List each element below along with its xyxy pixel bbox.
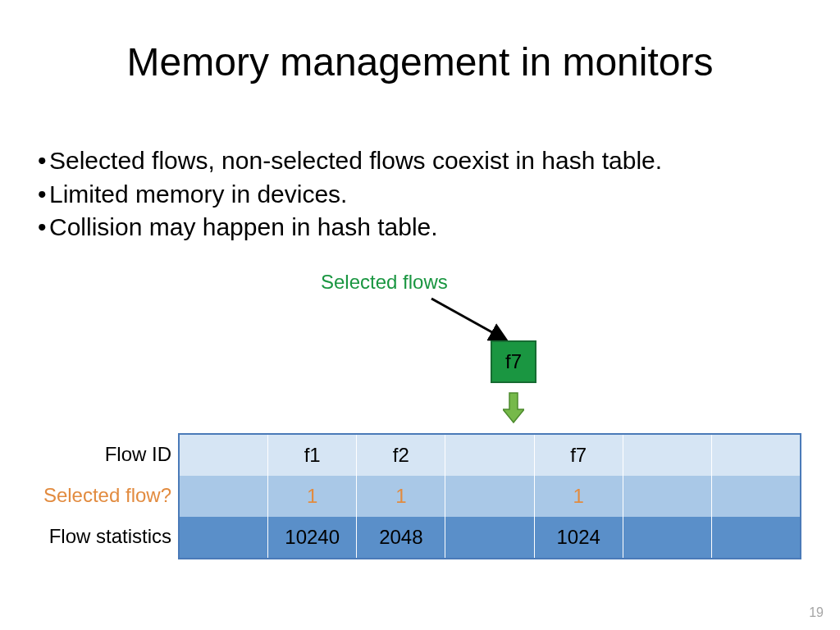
row-label-selected: Selected flow? — [7, 484, 171, 507]
svg-line-0 — [431, 299, 505, 340]
hash-table: f1 f2 f7 1 1 1 10240 2048 1024 — [178, 433, 801, 559]
table-cell — [712, 476, 800, 517]
bullet-item: •Selected flows, non-selected flows coex… — [38, 144, 662, 178]
table-cell: f2 — [357, 435, 445, 476]
table-row-selected: 1 1 1 — [180, 476, 800, 517]
table-cell: 1 — [357, 476, 445, 517]
bullet-list: •Selected flows, non-selected flows coex… — [38, 144, 662, 244]
table-cell: 10240 — [268, 517, 357, 558]
table-cell — [445, 435, 534, 476]
bullet-text: Selected flows, non-selected flows coexi… — [49, 144, 662, 178]
table-cell — [180, 476, 268, 517]
table-cell: f1 — [268, 435, 357, 476]
table-cell — [180, 517, 268, 558]
table-cell — [445, 476, 534, 517]
slide-title: Memory management in monitors — [0, 39, 840, 84]
table-cell — [712, 435, 800, 476]
page-number: 19 — [809, 605, 824, 620]
row-label-flow-id: Flow ID — [7, 443, 171, 466]
table-cell — [180, 435, 268, 476]
bullet-text: Collision may happen in hash table. — [49, 211, 438, 244]
down-arrow-icon — [503, 391, 524, 424]
selected-flows-label: Selected flows — [321, 271, 448, 294]
incoming-flow-box: f7 — [491, 340, 536, 383]
table-cell: 2048 — [357, 517, 445, 558]
incoming-flow-label: f7 — [505, 350, 522, 373]
table-cell: f7 — [535, 435, 623, 476]
bullet-item: •Limited memory in devices. — [38, 178, 662, 212]
table-row-stats: 10240 2048 1024 — [180, 517, 800, 558]
table-cell: 1024 — [535, 517, 623, 558]
table-cell — [623, 517, 712, 558]
table-cell — [445, 517, 534, 558]
bullet-text: Limited memory in devices. — [49, 178, 347, 212]
row-label-stats: Flow statistics — [7, 525, 171, 548]
bullet-item: •Collision may happen in hash table. — [38, 211, 662, 244]
table-cell — [712, 517, 800, 558]
table-cell: 1 — [535, 476, 623, 517]
table-cell — [623, 435, 712, 476]
table-cell — [623, 476, 712, 517]
table-row-flow-id: f1 f2 f7 — [180, 435, 800, 476]
table-cell: 1 — [268, 476, 357, 517]
